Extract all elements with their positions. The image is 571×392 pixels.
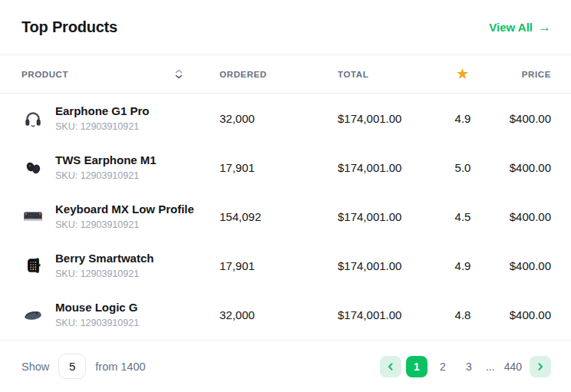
pagination-page-2[interactable]: 2 [432, 356, 454, 377]
pagination-page-440[interactable]: 440 [501, 356, 525, 377]
table-header-row: Product Ordered Total ★ Price [0, 55, 571, 94]
column-header-price: Price [480, 70, 551, 79]
card-header: Top Products View All → [0, 0, 571, 55]
product-text: TWS Earphone M1 SKU: 12903910921 [55, 153, 157, 181]
show-label: Show [21, 361, 49, 373]
chevron-left-icon [385, 361, 396, 372]
product-sku: SKU: 12903910921 [55, 170, 157, 181]
rating-value: 4.5 [445, 210, 480, 223]
page-size-input[interactable] [58, 354, 86, 379]
product-name: TWS Earphone M1 [55, 153, 157, 168]
rating-value: 4.8 [445, 308, 480, 321]
pagination-prev-button[interactable] [380, 356, 401, 377]
column-header-rating: ★ [445, 68, 480, 81]
product-image-headphones [21, 107, 45, 130]
pagination: 1 2 3 ... 440 [380, 356, 551, 377]
product-cell: Earphone G1 Pro SKU: 12903910921 [21, 104, 219, 132]
product-sku: SKU: 12903910921 [55, 219, 194, 230]
price-value: $400.00 [480, 210, 551, 223]
sort-icon[interactable] [175, 69, 183, 79]
table-row: Berry Smartwatch SKU: 12903910921 17,901… [0, 241, 571, 290]
product-sku: SKU: 12903910921 [55, 121, 150, 132]
column-header-ordered: Ordered [219, 70, 338, 79]
view-all-label: View All [489, 21, 533, 34]
product-text: Keyboard MX Low Profile SKU: 12903910921 [55, 203, 194, 230]
ordered-value: 17,901 [219, 161, 338, 174]
chevron-right-icon [535, 361, 546, 372]
page-title: Top Products [21, 18, 117, 36]
pagination-page-1[interactable]: 1 [406, 356, 427, 377]
product-text: Earphone G1 Pro SKU: 12903910921 [55, 104, 150, 132]
rating-value: 4.9 [445, 112, 480, 125]
rating-value: 5.0 [445, 161, 480, 174]
column-header-product[interactable]: Product [21, 69, 219, 79]
product-cell: TWS Earphone M1 SKU: 12903910921 [21, 153, 219, 181]
from-total-label: from 1400 [95, 361, 145, 373]
product-name: Mouse Logic G [55, 301, 139, 315]
ordered-value: 32,000 [219, 112, 338, 125]
product-image-mouse [21, 303, 45, 326]
product-cell: Berry Smartwatch SKU: 12903910921 [21, 252, 219, 279]
pagination-next-button[interactable] [530, 356, 551, 377]
table-body: Earphone G1 Pro SKU: 12903910921 32,000 … [0, 94, 571, 340]
table-row: Mouse Logic G SKU: 12903910921 32,000 $1… [0, 290, 571, 339]
product-name: Keyboard MX Low Profile [55, 203, 194, 217]
ordered-value: 154,092 [219, 210, 338, 223]
show-per-page: Show from 1400 [21, 354, 146, 379]
product-image-keyboard [21, 205, 45, 228]
product-name: Berry Smartwatch [55, 252, 153, 266]
arrow-right-icon: → [538, 21, 551, 34]
total-value: $174,001.00 [338, 308, 445, 321]
price-value: $400.00 [480, 308, 551, 321]
ordered-value: 17,901 [219, 259, 338, 272]
total-value: $174,001.00 [338, 259, 445, 272]
pagination-page-3[interactable]: 3 [458, 356, 480, 377]
product-sku: SKU: 12903910921 [55, 268, 153, 279]
total-value: $174,001.00 [338, 161, 445, 174]
card-footer: Show from 1400 1 2 3 ... 440 [0, 340, 571, 392]
rating-value: 4.9 [445, 259, 480, 272]
top-products-card: Top Products View All → Product Ordered … [0, 0, 571, 392]
table-row: Keyboard MX Low Profile SKU: 12903910921… [0, 192, 571, 241]
product-text: Berry Smartwatch SKU: 12903910921 [55, 252, 153, 279]
product-text: Mouse Logic G SKU: 12903910921 [55, 301, 139, 328]
product-sku: SKU: 12903910921 [55, 318, 139, 328]
total-value: $174,001.00 [338, 210, 445, 223]
price-value: $400.00 [480, 112, 551, 125]
product-cell: Mouse Logic G SKU: 12903910921 [21, 301, 219, 328]
price-value: $400.00 [480, 161, 551, 174]
pagination-ellipsis: ... [484, 361, 497, 373]
table-row: TWS Earphone M1 SKU: 12903910921 17,901 … [0, 143, 571, 192]
price-value: $400.00 [480, 259, 551, 272]
star-icon: ★ [457, 67, 469, 81]
product-image-earbuds [21, 156, 45, 179]
table-row: Earphone G1 Pro SKU: 12903910921 32,000 … [0, 94, 571, 143]
ordered-value: 32,000 [219, 308, 338, 321]
total-value: $174,001.00 [338, 112, 445, 125]
column-header-product-label: Product [21, 70, 68, 79]
column-header-total: Total [338, 70, 445, 79]
product-cell: Keyboard MX Low Profile SKU: 12903910921 [21, 203, 219, 230]
product-name: Earphone G1 Pro [55, 104, 150, 119]
view-all-link[interactable]: View All → [489, 21, 551, 34]
product-image-smartwatch [21, 254, 45, 277]
